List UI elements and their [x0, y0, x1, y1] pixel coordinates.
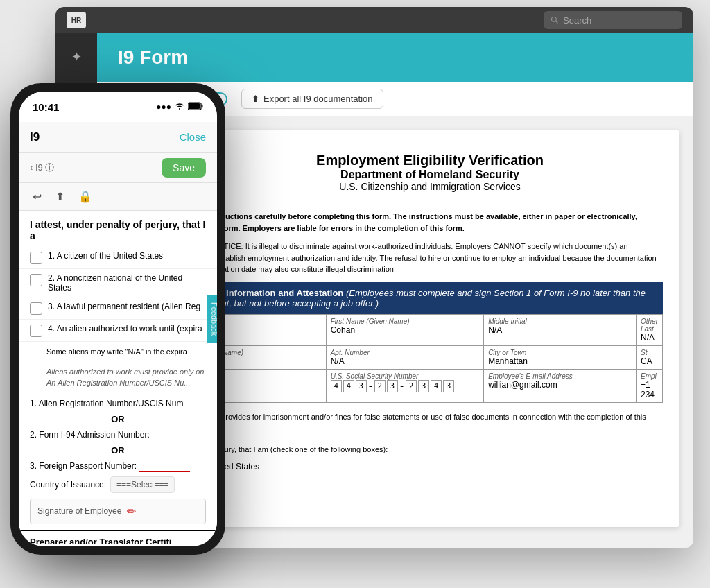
lock-icon[interactable]: 🔒 — [78, 190, 92, 203]
first-name-cell: First Name (Given Name) Cohan — [326, 314, 483, 345]
undo-icon[interactable]: ↩ — [33, 190, 42, 203]
search-icon — [551, 16, 559, 24]
search-placeholder: Search — [563, 15, 591, 26]
other-last-cell: Other Last N/A — [636, 314, 662, 345]
phone-sub-nav: ‹ I9 ⓘ Save — [19, 153, 217, 183]
signature-label: Signature of Employee — [37, 506, 121, 516]
phone-toolbar: ↩ ⬆ 🔒 — [19, 183, 217, 211]
ssn-digit-1: 4 — [331, 380, 342, 392]
preparer-section: Preparer and/or Translator Certifi I did… — [19, 530, 217, 544]
state-cell: St CA — [636, 345, 662, 369]
numbered-item-1: 1. Alien Registration Number/USCIS Num — [30, 396, 206, 411]
country-select[interactable]: ===Select=== — [110, 476, 175, 493]
ssn-dash-1: - — [368, 381, 373, 391]
phone-status-icons: ●●● — [156, 102, 203, 112]
titlebar: HR Search — [55, 7, 693, 33]
app-logo: HR — [67, 12, 86, 28]
breadcrumb[interactable]: ‹ I9 ⓘ — [30, 162, 54, 174]
ssn-digit-9: 3 — [443, 380, 454, 392]
nav-title: I9 — [30, 130, 40, 144]
signature-section: Signature of Employee ✏ — [30, 499, 206, 524]
mobile-phone: 10:41 ●●● — [10, 83, 225, 555]
phone-nav-bar: I9 Close — [19, 122, 217, 153]
battery-icon — [188, 102, 203, 112]
phone-checkbox-1: 1. A citizen of the United States — [19, 247, 217, 269]
save-button[interactable]: Save — [162, 158, 206, 178]
sidebar-icon-nav[interactable]: ✦ — [64, 44, 89, 69]
country-label: Country of Issuance: — [30, 480, 106, 490]
email-cell: Employee's E-mail Address willian@gmail.… — [484, 369, 637, 402]
preparer-title: Preparer and/or Translator Certifi — [30, 537, 206, 544]
mobile-checkbox-4[interactable] — [30, 325, 42, 337]
ssn-digit-2: 4 — [343, 380, 354, 392]
export-icon: ⬆ — [252, 94, 259, 104]
phone-status-bar: 10:41 ●●● — [19, 92, 217, 122]
phone-screen: 10:41 ●●● — [19, 92, 217, 546]
export-button[interactable]: ⬆ Export all I9 documentation — [241, 89, 383, 109]
mobile-checkbox-1[interactable] — [30, 252, 42, 264]
country-field: Country of Issuance: ===Select=== — [30, 476, 206, 493]
ssn-digit-5: 3 — [387, 380, 398, 392]
svg-rect-10 — [202, 104, 203, 107]
phone-checkbox-4: 4. An alien authorized to work until (ex… — [19, 320, 217, 342]
ssn-digit-6: 2 — [406, 380, 417, 392]
ssn-digit-8: 4 — [431, 380, 442, 392]
numbered-item-3: 3. Foreign Passport Number: — [30, 458, 206, 474]
page-title: I9 Form — [118, 46, 188, 69]
svg-point-0 — [552, 17, 557, 22]
ssn-boxes: 4 4 3 - 2 3 - 2 3 4 3 — [331, 380, 479, 392]
form-department: Department of Homeland Security — [197, 168, 663, 181]
phone-time: 10:41 — [33, 101, 59, 113]
mobile-label-2: 2. A noncitizen national of the United S… — [48, 273, 206, 293]
mobile-label-1: 1. A citizen of the United States — [48, 251, 163, 261]
alien-note2: Aliens authorized to work must provide o… — [19, 362, 217, 393]
phone-content: I attest, under penalty of perjury, that… — [19, 211, 217, 544]
or-divider-1: OR — [30, 411, 206, 427]
form-title-block: Employment Eligibility Verification Depa… — [197, 153, 663, 192]
ssn-cell: U.S. Social Security Number 4 4 3 - 2 3 … — [326, 369, 483, 402]
form-main-title: Employment Eligibility Verification — [197, 153, 663, 168]
ssn-digit-4: 2 — [374, 380, 386, 392]
feedback-tab[interactable]: Feedback — [207, 295, 217, 343]
alien-note1: Some aliens may write "N/A" in the expir… — [19, 342, 217, 362]
phone-numbered-list: 1. Alien Registration Number/USCIS Num O… — [19, 393, 217, 476]
mobile-label-4: 4. An alien authorized to work until (ex… — [48, 324, 202, 334]
numbered-item-2: 2. Form I-94 Admission Number: — [30, 427, 206, 442]
phone-checkbox-2: 2. A noncitizen national of the United S… — [19, 269, 217, 297]
ssn-digit-7: 3 — [418, 380, 429, 392]
ssn-dash-2: - — [399, 381, 404, 391]
phone-cell: Empl +1 234 — [636, 369, 662, 402]
form-agency: U.S. Citizenship and Immigration Service… — [197, 181, 663, 192]
or-divider-2: OR — [30, 442, 206, 458]
signature-icon[interactable]: ✏ — [127, 505, 136, 518]
apt-cell: Apt. Number N/A — [326, 345, 483, 369]
ssn-digit-3: 3 — [356, 380, 367, 392]
mobile-checkbox-3[interactable] — [30, 302, 42, 315]
svg-rect-9 — [189, 103, 200, 109]
svg-line-1 — [556, 21, 558, 24]
middle-initial-cell: Middle Initial N/A — [484, 314, 637, 345]
nav-close[interactable]: Close — [180, 131, 206, 143]
mobile-checkbox-2[interactable] — [30, 274, 42, 286]
page-header: I9 Form — [97, 33, 693, 82]
phone-checkbox-3: 3. A lawful permanent resident (Alien Re… — [19, 297, 217, 320]
wifi-icon — [174, 102, 185, 112]
phone-form-header: I attest, under penalty of perjury, that… — [19, 211, 217, 247]
share-icon[interactable]: ⬆ — [55, 190, 64, 203]
mobile-label-3: 3. A lawful permanent resident (Alien Re… — [48, 302, 200, 311]
signal-icon: ●●● — [156, 102, 171, 112]
search-bar[interactable]: Search — [544, 11, 682, 29]
city-cell: City or Town Manhattan — [484, 345, 637, 369]
